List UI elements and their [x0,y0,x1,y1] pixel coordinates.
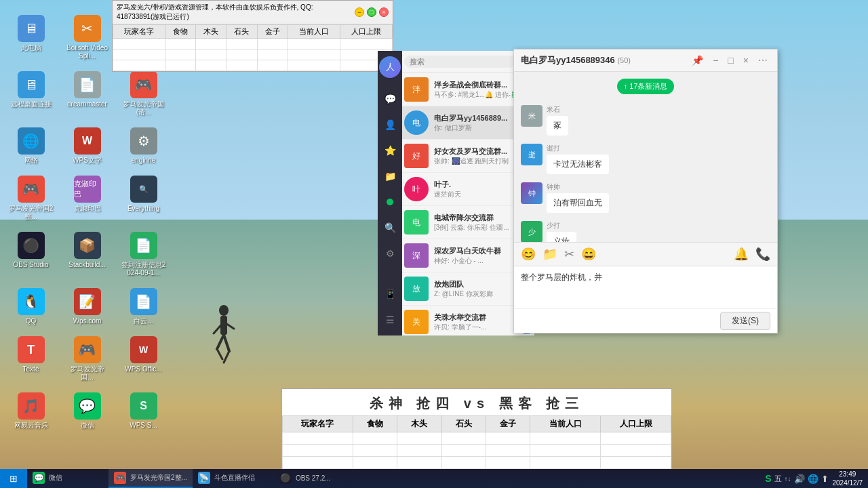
desktop-icon-game2[interactable]: 🎮 罗马发光帝国2整... [5,173,56,224]
scissors-icon[interactable]: ✂ [564,247,574,262]
desktop-icon-wps[interactable]: W WPS文字 [62,125,113,167]
msg-content-4: 少打 义妆 [547,221,576,242]
bottom-col-gold: 金子 [486,416,530,432]
msg-avatar-4: 少 [521,221,542,242]
chat-avatar-2: 电 [404,110,429,135]
desktop-icon-game3[interactable]: 🎮 罗马发光帝国... [62,333,113,384]
table-row [283,445,671,457]
col-max-pop: 人口上限 [340,25,392,39]
desktop-icon-stackbuild[interactable]: 📦 Stackbuild... [62,229,113,280]
close-button[interactable]: × [379,7,389,17]
chat-maximize-button[interactable]: □ [725,54,736,67]
message-row-1: 米 米石 豖 [521,105,770,136]
tray-action-center-icon[interactable]: ⬆ [821,474,829,484]
taskbar-wechat-icon: 💬 [33,472,45,484]
msg-bubble-1: 豖 [547,116,568,136]
desktop-icon-boilsoft[interactable]: ✂ Boilsoft Video Spli... [62,12,113,63]
desktop-icon-game1[interactable]: 🎮 罗马发光帝国(请... [118,68,169,119]
svg-line-5 [224,351,229,363]
nav-files-icon[interactable]: 📁 [380,166,400,186]
pin-button[interactable]: 📌 [689,54,706,67]
new-messages-tip[interactable]: ↑ 17条新消息 [617,79,675,94]
game-window-top: 罗马发光六/带积/游戏资源管理，本软件由血饮娱乐负责作件, QQ: 418733… [112,0,393,72]
taskbar-item-wechat[interactable]: 💬 微信 [27,469,108,488]
wechat-avatar[interactable]: 人 [379,56,401,78]
chat-avatar-1: 泮 [404,77,429,102]
msg-content-3: 钟帅 泊有帮回血无 [547,182,609,213]
msg-bubble-2: 卡过无法彬客 [547,155,609,174]
tray-volume-icon[interactable]: 🔊 [794,474,805,484]
maximize-button[interactable]: □ [367,7,376,17]
chat-close-button[interactable]: × [741,54,751,67]
desktop-icon-wps-office[interactable]: W WPS Offic... [118,333,169,384]
desktop-icon-keshuyinba[interactable]: 克淑印巴 克淑印巴 [62,173,113,224]
desktop-icon-dreammaster[interactable]: 📄 dreammaster [62,68,113,119]
chat-avatar-5: 电 [404,210,429,235]
col-current-pop: 当前人口 [288,25,340,39]
send-button[interactable]: 发送(S) [720,312,770,330]
desktop-icon-texte[interactable]: T Texte [5,333,56,384]
phone-icon[interactable]: 📞 [755,247,770,262]
search-input[interactable] [404,56,515,68]
tray-icons: S 五 ↑↓ 🔊 🌐 ⬆ [765,473,828,484]
nav-favorites-icon[interactable]: ⭐ [380,140,400,161]
chat-minimize-button[interactable]: − [710,54,721,67]
taskbar-item-obs[interactable]: ⚫ OBS 27.2... [274,469,355,488]
nav-search-icon[interactable]: 🔍 [380,218,400,238]
wechat-sidebar: 人 💬 👤 ⭐ 📁 🔍 ⚙ 📱 ☰ [378,51,402,336]
nav-more-icon[interactable]: ☰ [380,310,400,330]
chat-messages: ↑ 17条新消息 米 米石 豖 逝 逝打 卡过无法彬客 [514,72,777,242]
notify-icon[interactable]: 🔔 [734,247,749,262]
desktop-icon-obs[interactable]: ⚫ OBS Studio [5,229,56,280]
msg-avatar-3: 钟 [521,182,542,204]
tray-s-icon[interactable]: S [765,473,771,484]
desktop-icon-computer[interactable]: 🖥 此电脑 [5,12,56,63]
runner-figure [210,305,237,380]
svg-line-4 [224,335,229,351]
desktop-icon-netease[interactable]: 🎵 网易云音乐 [5,390,56,432]
col-playername: 玩家名字 [113,25,165,39]
taskbar-item-obs-companion[interactable]: 📡 斗色直播伴侣 [193,469,274,488]
desktop-icon-wpscom[interactable]: 📝 Wps.com [62,285,113,328]
tray-wubi-icon[interactable]: 五 [774,474,782,484]
emoji-icon[interactable]: 😊 [521,247,536,262]
sticker-icon[interactable]: 😄 [581,247,596,262]
chat-avatar-7: 放 [404,277,429,301]
chat-avatar-8: 关 [404,310,429,334]
file-icon[interactable]: 📁 [542,247,557,262]
desktop-icon-wechat[interactable]: 💬 微信 [62,390,113,432]
desktop-icon-engine[interactable]: ⚙ enginne [118,125,169,167]
desktop-icon-wps-s[interactable]: S WPS S... [118,390,169,432]
table-row [113,39,393,49]
svg-line-3 [217,349,222,359]
chat-window-title: 电白罗马yy1456889346 (50) [521,54,631,66]
nav-contacts-icon[interactable]: 👤 [380,115,400,135]
nav-moments-icon[interactable] [380,192,400,212]
nav-settings-icon[interactable]: ⚙ [380,243,400,264]
chat-avatar-6: 深 [404,243,429,268]
taskbar: ⊞ 💬 微信 🎮 罗马发光帝国2整... 📡 斗色直播伴侣 ⚫ OBS 27.2… [0,469,868,488]
taskbar-item-game[interactable]: 🎮 罗马发光帝国2整... [108,469,193,488]
taskbar-game-icon: 🎮 [114,472,126,484]
chat-more-button[interactable]: ⋯ [755,54,770,67]
desktop-icon-rdp[interactable]: 🖥 远程桌面连接 [5,68,56,119]
chat-input-area: 整个罗马层的炸机，并 [514,266,777,308]
chat-window-controls: 📌 − □ × ⋯ [689,54,770,67]
tray-wifi-icon[interactable]: 🌐 [808,474,818,484]
taskbar-time[interactable]: 23:49 2024/12/7 [833,470,863,487]
tray-network-icon[interactable]: ↑↓ [785,475,791,483]
desktop-icon-signup[interactable]: 📄 签到注册信息2024-09-1... [118,229,169,280]
desktop-icon-baiyun[interactable]: 📄 白云... [118,285,169,328]
desktop-icon-network[interactable]: 🌐 网络 [5,125,56,167]
desktop-icon-qq[interactable]: 🐧 QQ [5,285,56,328]
minimize-button[interactable]: − [355,7,364,17]
start-button[interactable]: ⊞ [0,469,27,488]
table-row [113,49,393,60]
nav-chat-icon[interactable]: 💬 [380,89,400,109]
chat-input-field[interactable]: 整个罗马层的炸机，并 [521,272,770,300]
taskbar-companion-icon: 📡 [198,472,210,484]
nav-phone-icon[interactable]: 📱 [380,284,400,304]
msg-avatar-1: 米 [521,105,542,127]
desktop-icon-everything[interactable]: 🔍 Everything [118,173,169,224]
message-row-3: 钟 钟帅 泊有帮回血无 [521,182,770,213]
